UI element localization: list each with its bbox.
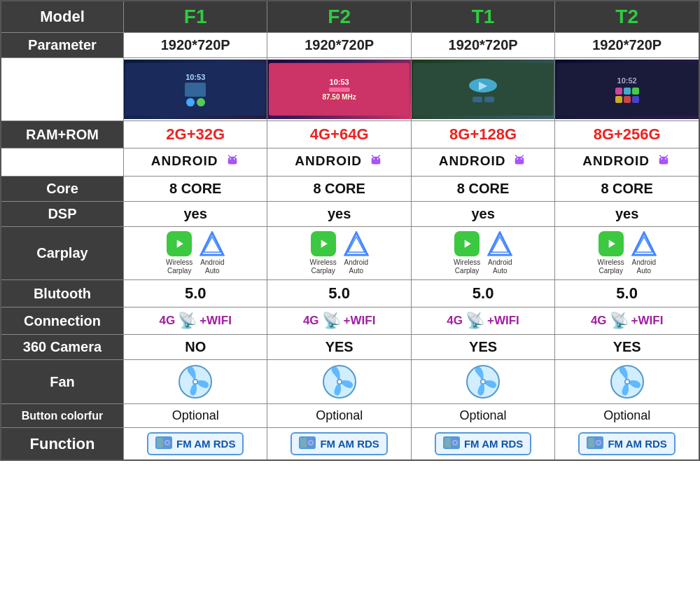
model-t1: T1 xyxy=(411,1,554,33)
carplay-f2: WirelessCarplay AndroidAuto xyxy=(267,227,411,280)
svg-point-13 xyxy=(517,158,519,160)
svg-point-1 xyxy=(230,158,231,160)
radio-icon-f1 xyxy=(155,436,172,451)
bt-t2: 5.0 xyxy=(555,280,699,308)
ui-screenshot-t2: 10:52 xyxy=(555,58,699,121)
radio-icon-t1 xyxy=(443,436,460,451)
param-f1: 1920*720P xyxy=(123,33,267,58)
svg-line-11 xyxy=(379,156,380,157)
ui-screenshot-t1: ▶ xyxy=(411,58,554,121)
button-f2: Optional xyxy=(267,404,411,428)
carplay-t1: WirelessCarplay AndroidAuto xyxy=(411,227,554,280)
dsp-t2: yes xyxy=(555,202,699,227)
fan-f2 xyxy=(267,360,411,404)
fm-text-t1: FM AM RDS xyxy=(464,438,523,450)
core-t1: 8 CORE xyxy=(411,177,554,202)
svg-line-4 xyxy=(228,156,230,157)
core-f1: 8 CORE xyxy=(123,177,267,202)
svg-point-19 xyxy=(661,158,662,160)
camera-f2: YES xyxy=(267,335,411,360)
svg-marker-24 xyxy=(177,240,183,248)
svg-line-5 xyxy=(234,156,236,157)
fm-text-f2: FM AM RDS xyxy=(320,438,379,450)
core-t2: 8 CORE xyxy=(555,177,699,202)
function-t2: FM AM RDS xyxy=(555,428,699,461)
ui-screenshot-f2: 10:53 87.50 MHz xyxy=(267,58,411,121)
radio-icon-f2 xyxy=(299,436,316,451)
svg-point-55 xyxy=(309,441,312,444)
svg-rect-15 xyxy=(515,160,524,164)
function-f2: FM AM RDS xyxy=(267,428,411,461)
svg-rect-57 xyxy=(444,438,451,448)
svg-marker-30 xyxy=(465,240,471,248)
svg-point-14 xyxy=(521,158,522,160)
svg-line-17 xyxy=(522,156,524,157)
dsp-f1: yes xyxy=(123,202,267,227)
svg-point-8 xyxy=(377,158,379,160)
system-t2: ANDROID xyxy=(555,148,699,177)
fan-label: Fan xyxy=(1,360,123,404)
connection-4g-f1: 4G xyxy=(159,314,175,328)
svg-point-44 xyxy=(481,380,485,384)
camera-t2: YES xyxy=(555,335,699,360)
model-f1: F1 xyxy=(123,1,267,33)
camera-f1: NO xyxy=(123,335,267,360)
bt-f2: 5.0 xyxy=(267,280,411,308)
android-auto-t2: AndroidAuto xyxy=(631,231,657,275)
svg-point-59 xyxy=(454,441,456,444)
wireless-carplay-f1: WirelessCarplay xyxy=(166,231,192,275)
svg-rect-9 xyxy=(372,160,381,164)
system-label: System xyxy=(1,148,123,177)
android-icon-f1 xyxy=(225,153,240,172)
svg-rect-53 xyxy=(300,438,307,448)
svg-point-41 xyxy=(337,380,342,384)
svg-rect-61 xyxy=(588,438,594,448)
system-f2: ANDROID xyxy=(267,148,411,177)
android-auto-t1: AndroidAuto xyxy=(487,231,512,275)
tower-icon-f1: 📡 xyxy=(178,312,197,330)
svg-rect-21 xyxy=(659,160,668,164)
android-icon-t1 xyxy=(512,153,527,172)
svg-line-10 xyxy=(372,156,373,157)
carplay-label: Carplay xyxy=(1,227,123,280)
dsp-t1: yes xyxy=(411,202,554,227)
button-t1: Optional xyxy=(411,404,554,428)
svg-marker-33 xyxy=(608,240,615,248)
model-f2: F2 xyxy=(267,1,411,33)
connection-wifi-f1: +WIFI xyxy=(200,314,232,328)
ram-f2: 4G+64G xyxy=(267,121,411,148)
svg-point-47 xyxy=(625,380,629,384)
button-f1: Optional xyxy=(123,404,267,428)
bt-t1: 5.0 xyxy=(411,280,554,308)
core-label: Core xyxy=(1,177,123,202)
parameter-label: Parameter xyxy=(1,33,123,58)
svg-marker-27 xyxy=(321,240,327,248)
connection-f1: 4G 📡 +WIFI xyxy=(123,308,267,335)
comparison-table: Model F1 F2 T1 T2 Parameter 1920*720P 19… xyxy=(0,0,700,461)
wireless-carplay-t2: WirelessCarplay xyxy=(597,231,624,275)
svg-line-16 xyxy=(516,156,517,157)
ram-t1: 8G+128G xyxy=(411,121,554,148)
fm-text-t2: FM AM RDS xyxy=(608,438,666,450)
svg-point-63 xyxy=(597,441,600,444)
android-icon-t2 xyxy=(656,153,671,172)
radio-icon-t2 xyxy=(587,436,603,451)
model-t2: T2 xyxy=(555,1,699,33)
fan-t2 xyxy=(555,360,699,404)
connection-t1: 4G 📡 +WIFI xyxy=(411,308,554,335)
svg-point-20 xyxy=(665,158,666,160)
camera-label: 360 Camera xyxy=(1,335,123,360)
svg-point-38 xyxy=(193,380,197,384)
tower-icon-t2: 📡 xyxy=(610,312,629,330)
param-t2: 1920*720P xyxy=(555,33,699,58)
connection-label: Connection xyxy=(1,308,123,335)
wireless-carplay-t1: WirelessCarplay xyxy=(454,231,480,275)
fan-t1 xyxy=(411,360,554,404)
fan-f1 xyxy=(123,360,267,404)
fm-text-f1: FM AM RDS xyxy=(176,438,235,450)
carplay-t2: WirelessCarplay AndroidAuto xyxy=(555,227,699,280)
ram-rom-label: RAM+ROM xyxy=(1,121,123,148)
bluetooth-label: Blutooth xyxy=(1,280,123,308)
svg-line-23 xyxy=(666,156,668,157)
model-header-label: Model xyxy=(1,1,123,33)
